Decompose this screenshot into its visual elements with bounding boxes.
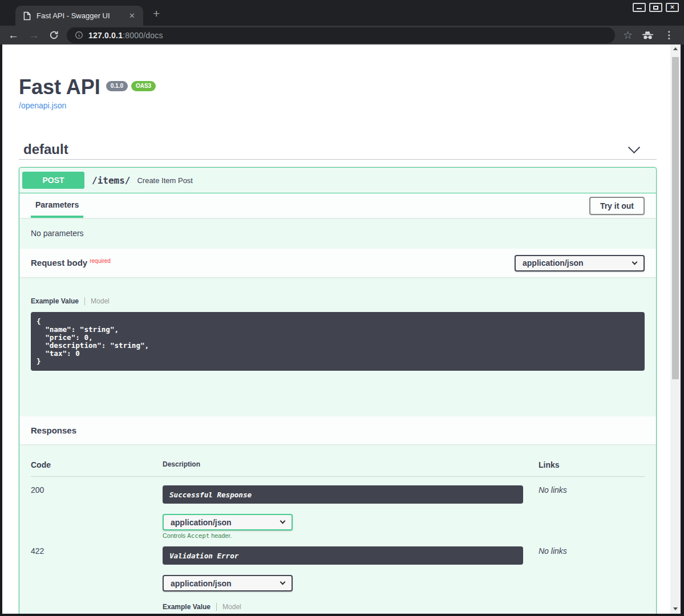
browser-toolbar: ← → 127.0.0.1:8000/docs ☆ [0, 26, 684, 44]
site-info-icon[interactable] [75, 31, 83, 39]
tab-divider [84, 297, 85, 305]
accept-header-note: Controls Accept header. [163, 532, 539, 540]
api-title: Fast API [19, 75, 100, 99]
tab-strip: Fast API - Swagger UI ✕ + ✕ [0, 0, 684, 26]
tab-close-icon[interactable]: ✕ [127, 10, 137, 21]
api-info: Fast API0.1.0OAS3 /openapi.json [19, 44, 657, 111]
url-text: 127.0.0.1:8000/docs [88, 31, 163, 40]
tab-example-value[interactable]: Example Value [31, 297, 79, 305]
response-code: 200 [31, 485, 163, 540]
request-body-label: Request body [31, 258, 87, 268]
responses-table-header: Code Description Links [31, 460, 645, 477]
maximize-icon [653, 6, 658, 10]
column-links: Links [539, 460, 645, 469]
window-close-button[interactable]: ✕ [666, 3, 679, 12]
response-links: No links [539, 546, 645, 614]
url-host: 127.0.0.1 [88, 31, 123, 40]
url-path: :8000/docs [123, 31, 163, 40]
parameters-header: Parameters Try it out [19, 193, 656, 218]
operation-block: POST /items/ Create Item Post Parameters… [19, 167, 657, 614]
incognito-icon [642, 31, 654, 39]
response-content-type-value: application/json [171, 518, 232, 527]
operation-summary-text: Create Item Post [137, 176, 193, 185]
minimize-icon [637, 8, 642, 9]
tab-model[interactable]: Model [222, 603, 241, 611]
response-row-422: 422 Validation Error application/json Ex… [31, 540, 645, 614]
response-code: 422 [31, 546, 163, 614]
close-icon: ✕ [670, 5, 674, 10]
response-description: Validation Error [163, 546, 523, 565]
reload-icon[interactable] [49, 30, 59, 40]
scroll-down-icon[interactable] [670, 605, 681, 613]
required-label: required [90, 258, 111, 264]
responses-title: Responses [31, 425, 76, 435]
no-parameters-message: No parameters [19, 218, 656, 249]
page-content: Fast API0.1.0OAS3 /openapi.json default … [2, 44, 670, 614]
response-content-type-select[interactable]: application/json [163, 575, 293, 591]
oas3-badge: OAS3 [131, 81, 156, 91]
response-row-200: 200 Successful Response application/json… [31, 477, 645, 540]
browser-window: Fast API - Swagger UI ✕ + ✕ ← → 127.0.0.… [0, 0, 684, 616]
window-minimize-button[interactable] [633, 3, 646, 12]
request-example-code: { "name": "string", "price": 0, "descrip… [31, 312, 645, 371]
request-content-type-value: application/json [523, 258, 584, 268]
openapi-spec-link[interactable]: /openapi.json [19, 101, 66, 110]
chevron-down-icon [632, 259, 638, 265]
page-favicon-icon [23, 11, 31, 21]
back-icon[interactable]: ← [8, 30, 19, 40]
column-description: Description [163, 460, 539, 469]
request-body-header: Request bodyrequired application/json [19, 249, 656, 277]
try-it-out-button[interactable]: Try it out [589, 197, 645, 215]
tab-title: Fast API - Swagger UI [37, 11, 127, 20]
response-content-type-select[interactable]: application/json [163, 514, 293, 530]
forward-icon[interactable]: → [29, 30, 39, 40]
bookmark-star-icon[interactable]: ☆ [623, 29, 633, 42]
collapse-chevron-icon[interactable] [628, 141, 640, 153]
tab-model[interactable]: Model [91, 297, 110, 305]
window-maximize-button[interactable] [649, 3, 662, 12]
page-scrollbar[interactable] [670, 44, 681, 614]
tag-section-header[interactable]: default [19, 143, 657, 160]
response-content-type-value: application/json [171, 579, 232, 588]
operation-path: /items/ [92, 175, 130, 186]
request-body-section: Example Value Model { "name": "string", … [19, 277, 656, 371]
column-code: Code [31, 460, 163, 469]
responses-header: Responses [19, 416, 656, 444]
response-links: No links [539, 485, 645, 540]
scroll-up-icon[interactable] [670, 44, 681, 52]
address-bar[interactable]: 127.0.0.1:8000/docs [67, 27, 615, 43]
method-badge: POST [22, 172, 84, 189]
tab-divider [216, 603, 217, 611]
tab-example-value[interactable]: Example Value [163, 603, 211, 611]
new-tab-button[interactable]: + [149, 7, 163, 21]
version-badge: 0.1.0 [106, 81, 128, 91]
browser-tab[interactable]: Fast API - Swagger UI ✕ [15, 6, 143, 26]
tab-parameters[interactable]: Parameters [31, 193, 83, 218]
scrollbar-thumb[interactable] [672, 57, 679, 379]
chevron-down-icon [280, 518, 286, 524]
request-content-type-select[interactable]: application/json [515, 255, 645, 271]
responses-section: Code Description Links 200 Successful Re… [19, 444, 656, 614]
response-description: Successful Response [163, 485, 523, 504]
tag-name: default [23, 143, 68, 156]
browser-menu-icon[interactable]: ⋮ [662, 29, 676, 41]
chevron-down-icon [280, 579, 286, 585]
operation-summary[interactable]: POST /items/ Create Item Post [19, 168, 656, 193]
